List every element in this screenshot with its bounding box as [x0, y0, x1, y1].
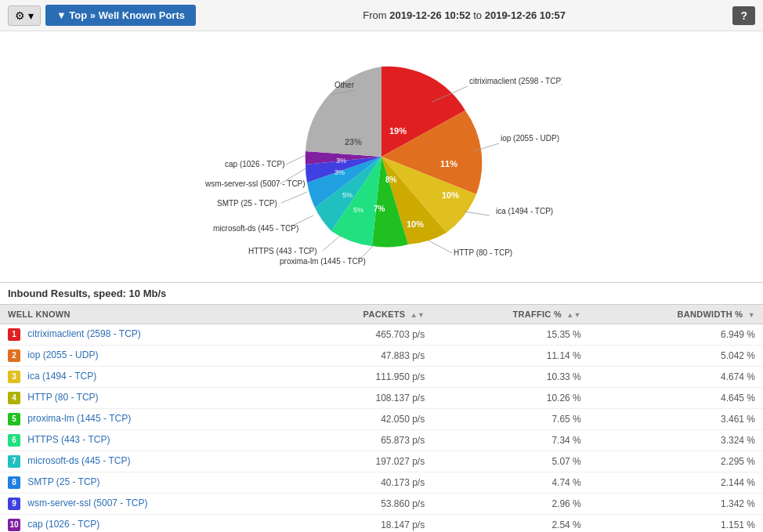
cell-packets: 65.873 p/s [289, 430, 432, 451]
cell-bandwidth: 1.342 % [589, 494, 763, 515]
row-number: 5 [8, 413, 20, 425]
port-link[interactable]: ica (1494 - TCP) [27, 371, 96, 382]
port-link[interactable]: HTTP (80 - TCP) [27, 392, 98, 403]
sort-bandwidth-icon: ▼ [748, 311, 755, 319]
cell-bandwidth: 6.949 % [589, 324, 763, 346]
table-row: 10 cap (1026 - TCP) 18.147 p/s 2.54 % 1.… [0, 515, 763, 533]
cell-bandwidth: 2.295 % [589, 451, 763, 472]
table-row: 7 microsoft-ds (445 - TCP) 197.027 p/s 5… [0, 451, 763, 472]
label-other: Other [334, 81, 355, 89]
cell-name: 2 iop (2055 - UDP) [0, 346, 289, 367]
nav-button[interactable]: ▼ Top » Well Known Ports [45, 5, 196, 26]
cell-packets: 47.883 p/s [289, 346, 432, 367]
port-link[interactable]: SMTP (25 - TCP) [27, 476, 99, 487]
table-row: 1 citriximaclient (2598 - TCP) 465.703 p… [0, 324, 763, 346]
label-ica: ica (1494 - TCP) [496, 207, 553, 215]
port-link[interactable]: cap (1026 - TCP) [27, 519, 99, 530]
label-smtp: SMTP (25 - TCP) [217, 199, 277, 208]
cell-packets: 40.173 p/s [289, 472, 432, 494]
cell-name: 3 ica (1494 - TCP) [0, 367, 289, 388]
row-number: 9 [8, 498, 20, 510]
row-number: 1 [8, 328, 20, 341]
table-row: 8 SMTP (25 - TCP) 40.173 p/s 4.74 % 2.14… [0, 472, 763, 494]
table-area: Inbound Results, speed: 10 Mb/s WELL KNO… [0, 282, 763, 532]
table-caption: Inbound Results, speed: 10 Mb/s [0, 283, 763, 304]
cell-traffic: 10.26 % [432, 388, 589, 409]
header: ⚙ ▾ ▼ Top » Well Known Ports From 2019-1… [0, 0, 763, 31]
cell-traffic: 4.74 % [432, 472, 589, 494]
label-cap: cap (1026 - TCP) [225, 160, 285, 168]
row-number: 4 [8, 392, 20, 404]
port-link[interactable]: microsoft-ds (445 - TCP) [27, 455, 130, 466]
pct-wsm: 3% [334, 168, 345, 176]
date-range: From 2019-12-26 10:52 to 2019-12-26 10:5… [196, 9, 732, 21]
table-row: 3 ica (1494 - TCP) 111.950 p/s 10.33 % 4… [0, 367, 763, 388]
cell-bandwidth: 4.674 % [589, 367, 763, 388]
cell-bandwidth: 3.461 % [589, 409, 763, 430]
gear-button[interactable]: ⚙ ▾ [8, 5, 41, 26]
help-button[interactable]: ? [732, 6, 755, 25]
cell-bandwidth: 1.151 % [589, 515, 763, 533]
pct-https: 7% [374, 204, 385, 213]
pct-iop: 11% [440, 159, 457, 168]
label-iop: iop (2055 - UDP) [501, 134, 559, 143]
col-well-known: WELL KNOWN [0, 305, 289, 324]
cell-bandwidth: 5.042 % [589, 346, 763, 367]
label-citriximaclient: citriximaclient (2598 - TCP) [469, 77, 562, 85]
cell-packets: 42.050 p/s [289, 409, 432, 430]
cell-packets: 111.950 p/s [289, 367, 432, 388]
pct-ica: 10% [442, 190, 459, 200]
table-row: 6 HTTPS (443 - TCP) 65.873 p/s 7.34 % 3.… [0, 430, 763, 451]
col-traffic[interactable]: TRAFFIC % ▲▼ [432, 305, 589, 324]
svg-line-2 [464, 212, 490, 215]
label-microsoft-ds: microsoft-ds (445 - TCP) [213, 224, 298, 233]
pct-cap: 3% [336, 157, 346, 165]
row-number: 7 [8, 455, 20, 468]
cell-traffic: 2.54 % [432, 515, 589, 533]
port-link[interactable]: iop (2055 - UDP) [27, 349, 98, 360]
row-number: 8 [8, 476, 20, 489]
results-table: WELL KNOWN PACKETS ▲▼ TRAFFIC % ▲▼ BANDW… [0, 304, 763, 532]
row-number: 10 [8, 519, 20, 531]
port-link[interactable]: proxima-lm (1445 - TCP) [27, 413, 131, 424]
svg-line-3 [429, 241, 452, 253]
cell-traffic: 11.14 % [432, 346, 589, 367]
label-https: HTTPS (443 - TCP) [248, 247, 317, 255]
cell-bandwidth: 4.645 % [589, 388, 763, 409]
col-packets[interactable]: PACKETS ▲▼ [289, 305, 432, 324]
row-number: 3 [8, 371, 20, 383]
col-bandwidth[interactable]: BANDWIDTH % ▼ [589, 305, 763, 324]
date-middle: to [471, 9, 485, 21]
cell-bandwidth: 3.324 % [589, 430, 763, 451]
chart-area: citriximaclient (2598 - TCP) 19% iop (20… [0, 31, 763, 282]
cell-traffic: 2.96 % [432, 494, 589, 515]
table-row: 9 wsm-server-ssl (5007 - TCP) 53.860 p/s… [0, 494, 763, 515]
cell-name: 5 proxima-lm (1445 - TCP) [0, 409, 289, 430]
table-row: 4 HTTP (80 - TCP) 108.137 p/s 10.26 % 4.… [0, 388, 763, 409]
sort-traffic-icon: ▲▼ [566, 311, 580, 319]
table-body: 1 citriximaclient (2598 - TCP) 465.703 p… [0, 324, 763, 533]
pct-citriximaclient: 19% [389, 126, 407, 136]
cell-name: 7 microsoft-ds (445 - TCP) [0, 451, 289, 472]
pct-smtp: 5% [342, 191, 353, 199]
row-number: 6 [8, 434, 20, 447]
date-prefix: From [363, 9, 389, 21]
cell-packets: 197.027 p/s [289, 451, 432, 472]
cell-name: 1 citriximaclient (2598 - TCP) [0, 324, 289, 346]
port-link[interactable]: citriximaclient (2598 - TCP) [27, 328, 140, 339]
sort-packets-icon: ▲▼ [410, 311, 425, 319]
cell-traffic: 15.35 % [432, 324, 589, 346]
svg-line-9 [286, 155, 306, 165]
cell-packets: 108.137 p/s [289, 388, 432, 409]
pct-other: 23% [345, 137, 362, 147]
svg-line-7 [281, 192, 307, 203]
label-http: HTTP (80 - TCP) [454, 248, 512, 257]
pct-http: 10% [407, 219, 424, 229]
label-wsm: wsm-server-ssl (5007 - TCP) [204, 179, 306, 188]
cell-traffic: 7.34 % [432, 430, 589, 451]
table-header-row: WELL KNOWN PACKETS ▲▼ TRAFFIC % ▲▼ BANDW… [0, 305, 763, 324]
cell-bandwidth: 2.144 % [589, 472, 763, 494]
cell-packets: 465.703 p/s [289, 324, 432, 346]
port-link[interactable]: wsm-server-ssl (5007 - TCP) [27, 498, 147, 508]
port-link[interactable]: HTTPS (443 - TCP) [27, 434, 110, 445]
